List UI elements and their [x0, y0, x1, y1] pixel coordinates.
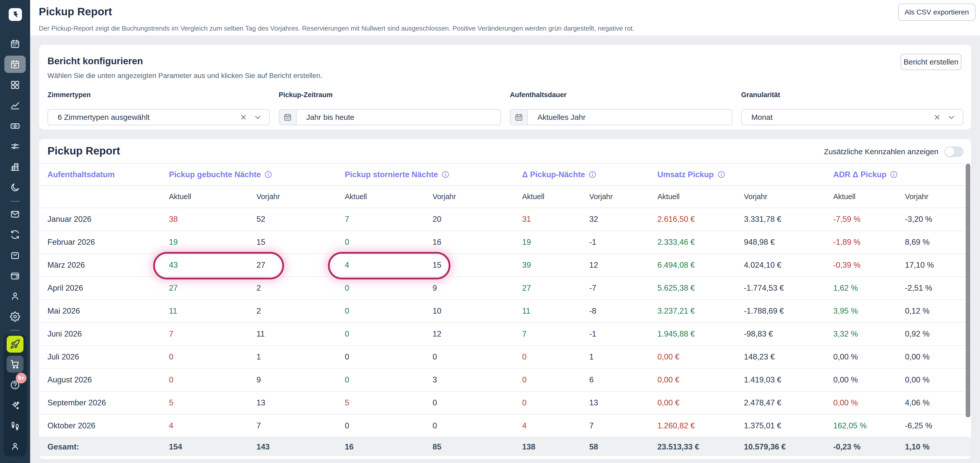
- field-pickup-period-label: Pickup-Zeitraum: [279, 91, 501, 99]
- table-cell: 17,10 %: [905, 254, 934, 276]
- column-header-label: Umsatz Pickup: [657, 170, 714, 179]
- row-month-label: September 2026: [48, 392, 106, 414]
- info-icon[interactable]: [264, 171, 272, 178]
- subcolumn-header: Vorjahr: [589, 186, 613, 208]
- table-cell: 10: [433, 300, 441, 322]
- chevron-down-icon[interactable]: [254, 113, 262, 121]
- sidebar-item-envelope[interactable]: [0, 205, 30, 223]
- info-icon[interactable]: [589, 171, 597, 178]
- column-header[interactable]: Aufenthaltsdatum: [48, 164, 115, 186]
- table-cell: -1.774,53 €: [744, 277, 784, 299]
- table-cell: 12: [433, 323, 441, 345]
- column-header[interactable]: Umsatz Pickup: [657, 164, 725, 186]
- sidebar-item-calendar[interactable]: [0, 35, 30, 53]
- subcolumn-header: Aktuell: [345, 186, 367, 208]
- table-cell: 2.616,50 €: [657, 208, 695, 230]
- table-cell: 7: [522, 323, 527, 345]
- grid-icon: [10, 80, 20, 90]
- info-icon[interactable]: [442, 171, 449, 178]
- sidebar-divider: [11, 201, 20, 202]
- row-month-label: August 2026: [48, 369, 92, 391]
- create-report-button[interactable]: Bericht erstellen: [900, 54, 961, 70]
- wallet-icon: [10, 271, 20, 281]
- table-cell: 52: [256, 208, 265, 230]
- info-icon[interactable]: [890, 171, 898, 178]
- table-cell: 2: [256, 277, 261, 299]
- table-cell: 11: [256, 323, 265, 345]
- table-subheader-row: AktuellVorjahrAktuellVorjahrAktuellVorja…: [39, 186, 971, 208]
- sidebar-item-rocket[interactable]: [6, 336, 24, 353]
- sidebar-item-shopping-bag[interactable]: [0, 246, 30, 264]
- column-header[interactable]: Δ Pickup-Nächte: [522, 164, 597, 186]
- table-cell: 19: [169, 231, 178, 254]
- roomtypes-select-value: 6 Zimmertypen ausgewählt: [48, 113, 240, 122]
- row-month-label: Februar 2026: [48, 231, 95, 254]
- granularity-select-value: Monat: [741, 113, 933, 122]
- page-title: Pickup Report: [39, 6, 112, 18]
- table-cell: 0: [522, 392, 527, 414]
- total-cell: 16: [345, 438, 353, 456]
- chevron-down-icon[interactable]: [948, 113, 955, 121]
- sidebar-item-cart[interactable]: [6, 356, 24, 373]
- table-cell: 13: [256, 392, 265, 414]
- column-header[interactable]: Pickup stornierte Nächte: [345, 164, 449, 186]
- sidebar-item-person[interactable]: [0, 287, 30, 305]
- sidebar-item-footprints[interactable]: [0, 417, 30, 435]
- table-cell: -8: [589, 300, 597, 322]
- sidebar-item-grid[interactable]: [0, 76, 30, 94]
- table-cell: 0,00 %: [905, 346, 930, 368]
- table-cell: 9: [256, 369, 261, 391]
- subcolumn-header: Vorjahr: [905, 186, 928, 208]
- table-cell: 4: [169, 415, 173, 437]
- app-window: Pickup Report Der Pickup-Report zeigt di…: [0, 0, 980, 463]
- table-cell: 0,00 %: [905, 369, 930, 391]
- stay-duration-input[interactable]: Aktuelles Jahr: [510, 109, 732, 125]
- table-cell: 6.494,08 €: [657, 254, 695, 276]
- column-header-label: Pickup stornierte Nächte: [345, 170, 438, 179]
- page-subtitle: Der Pickup-Report zeigt die Buchungstren…: [39, 24, 635, 32]
- table-cell: 1.945,88 €: [657, 323, 695, 345]
- column-header[interactable]: ADR Δ Pickup: [833, 164, 898, 186]
- sidebar-item-line-chart[interactable]: [0, 97, 30, 114]
- table-scrollbar-thumb[interactable]: [966, 164, 970, 417]
- additional-metrics-toggle[interactable]: [945, 146, 963, 157]
- sidebar-item-moon[interactable]: [0, 178, 30, 196]
- table-row: Juli 20260100010,00 €148,23 €0,00 %0,00 …: [39, 346, 971, 369]
- sidebar-item-money[interactable]: [0, 117, 30, 135]
- table-cell: 20: [433, 208, 441, 230]
- table-cell: 7: [589, 415, 593, 437]
- pickup-period-input[interactable]: Jahr bis heute: [279, 109, 501, 125]
- table-total-row: Gesamt:15414316851385823.513,33 €10.579,…: [39, 438, 971, 456]
- table-cell: 11: [169, 300, 177, 322]
- table-cell: 0: [345, 231, 349, 254]
- export-csv-button[interactable]: Als CSV exportieren: [898, 3, 975, 21]
- clear-icon[interactable]: [933, 113, 941, 121]
- calendar-prefix: [511, 109, 528, 125]
- row-month-label: Juni 2026: [48, 323, 82, 345]
- column-header[interactable]: Pickup gebuchte Nächte: [169, 164, 272, 186]
- table-cell: 27: [169, 277, 178, 299]
- table-cell: 0: [169, 369, 173, 391]
- row-month-label: April 2026: [48, 277, 83, 299]
- sidebar-item-refresh[interactable]: [0, 226, 30, 244]
- sidebar-item-sliders[interactable]: [0, 138, 30, 155]
- table-cell: 8,69 %: [905, 231, 930, 254]
- table-cell: -3,20 %: [905, 208, 932, 230]
- sidebar-item-calendar-return[interactable]: [0, 55, 30, 73]
- sliders-icon: [10, 141, 20, 151]
- field-pickup-period: Pickup-Zeitraum Jahr bis heute: [279, 91, 501, 99]
- sidebar-item-building[interactable]: [0, 158, 30, 176]
- table-cell: 38: [169, 208, 178, 230]
- sidebar-item-gear[interactable]: [0, 308, 30, 325]
- row-month-label: Mai 2026: [48, 300, 80, 322]
- app-logo[interactable]: [9, 8, 22, 21]
- roomtypes-select[interactable]: 6 Zimmertypen ausgewählt: [48, 109, 270, 125]
- sidebar-item-wallet[interactable]: [0, 267, 30, 285]
- clear-icon[interactable]: [240, 113, 247, 121]
- info-icon[interactable]: [718, 171, 725, 178]
- sidebar-item-user[interactable]: [0, 437, 30, 455]
- granularity-select[interactable]: Monat: [741, 109, 963, 125]
- table-cell: 5: [345, 392, 349, 414]
- sidebar-item-sparkles[interactable]: [0, 396, 30, 414]
- table-cell: 7: [256, 415, 261, 437]
